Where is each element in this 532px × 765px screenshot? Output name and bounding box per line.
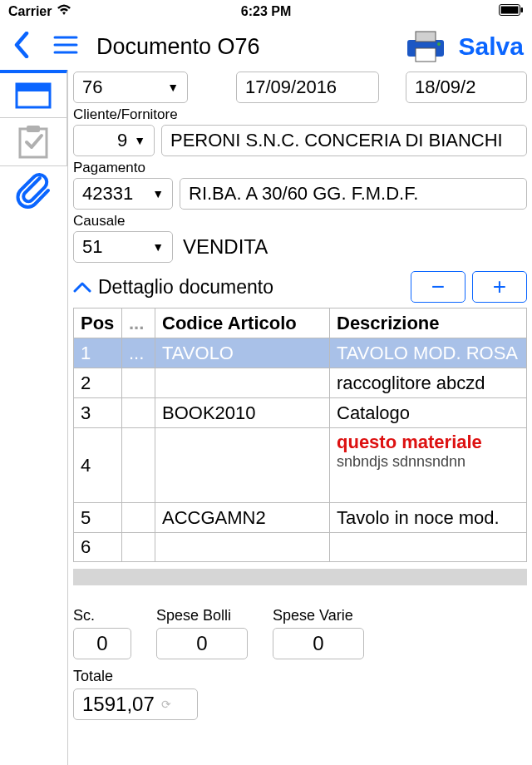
remove-row-button[interactable]: − [411,271,466,303]
menu-icon[interactable] [47,32,85,61]
date1-field[interactable]: 17/09/2016 [236,72,379,103]
spese-varie-input[interactable]: 0 [273,628,364,659]
table-row[interactable]: 1 ... TAVOLO TAVOLO MOD. ROSA [74,338,527,368]
back-button[interactable] [8,28,35,66]
svg-rect-8 [416,48,436,62]
cliente-label: Cliente/Fornitore [73,106,527,123]
col-pos: Pos [74,308,122,338]
statusbar: Carrier 6:23 PM [0,0,532,23]
totale-value: 1591,07 [82,693,155,716]
print-button[interactable] [404,30,447,63]
navbar: Documento O76 Salva [0,23,532,70]
date2-field[interactable]: 18/09/2 [406,72,527,103]
carrier-label: Carrier [8,4,52,19]
items-table: Pos ... Codice Articolo Descrizione 1 ..… [73,308,527,562]
svg-rect-1 [501,7,519,14]
svg-point-9 [437,42,441,46]
totale-field[interactable]: 1591,07 ⟳ [73,688,198,720]
cliente-id-select[interactable]: 9 ▼ [73,125,155,156]
cliente-text-field[interactable]: PERONI S.N.C. CONCERIA DI BIANCHI [161,125,527,156]
spese-bolli-label: Spese Bolli [156,607,248,624]
sc-label: Sc. [73,607,131,624]
detail-title: Dettaglio documento [98,276,273,299]
pagamento-label: Pagamento [73,160,527,176]
tab-document[interactable] [0,70,67,118]
causale-label: Causale [73,213,527,230]
col-desc: Descrizione [330,308,527,338]
add-row-button[interactable]: + [472,271,527,303]
caret-down-icon: ▼ [167,81,179,94]
tab-attachments[interactable] [0,166,67,215]
side-tabs [0,70,68,765]
detail-header: Dettaglio documento − + [73,271,527,303]
page-title: Documento O76 [96,34,392,60]
svg-rect-13 [27,126,40,132]
caret-down-icon: ▼ [152,187,164,200]
footer-separator [73,569,527,585]
desc-red: questo materiale [337,432,520,453]
table-row[interactable]: 5 ACCGAMN2 Tavolo in noce mod. [74,503,527,533]
table-row[interactable]: 2 raccoglitore abczd [74,368,527,398]
desc-sub: snbndjs sdnnsndnn [337,453,520,471]
collapse-icon[interactable] [73,276,91,298]
col-code: Codice Articolo [155,308,330,338]
pagamento-text-field[interactable]: RI.BA. A 30/60 GG. F.M.D.F. [180,178,527,210]
caret-down-icon: ▼ [134,134,145,147]
tab-checklist[interactable] [0,118,67,166]
svg-rect-11 [17,84,50,91]
table-header-row: Pos ... Codice Articolo Descrizione [74,308,527,338]
doc-number-value: 76 [82,76,102,98]
svg-rect-7 [416,32,436,42]
table-row[interactable]: 6 [74,533,527,562]
clock: 6:23 PM [0,4,532,19]
col-dots: ... [122,308,155,338]
caret-down-icon: ▼ [152,240,164,254]
doc-number-select[interactable]: 76 ▼ [73,72,188,103]
cliente-id-value: 9 [117,130,127,151]
sc-input[interactable]: 0 [73,628,131,659]
table-row[interactable]: 3 BOOK2010 Catalogo [74,398,527,428]
save-button[interactable]: Salva [459,32,524,61]
pagamento-id-value: 42331 [82,183,133,205]
content-area: 76 ▼ 17/09/2016 18/09/2 Cliente/Fornitor… [68,70,532,765]
spese-bolli-input[interactable]: 0 [156,628,248,659]
spese-varie-label: Spese Varie [273,607,364,624]
svg-rect-2 [521,7,524,12]
wifi-icon [57,4,71,19]
totale-label: Totale [73,668,113,684]
battery-icon [499,4,524,19]
causale-id-value: 51 [82,236,102,258]
footer-amounts: Sc. 0 Spese Bolli 0 Spese Varie 0 [73,607,527,659]
causale-id-select[interactable]: 51 ▼ [73,231,173,263]
table-row[interactable]: 4 questo materiale snbndjs sdnnsndnn [74,428,527,503]
pagamento-id-select[interactable]: 42331 ▼ [73,178,173,210]
refresh-icon[interactable]: ⟳ [161,698,171,711]
causale-text: VENDITA [180,235,268,259]
